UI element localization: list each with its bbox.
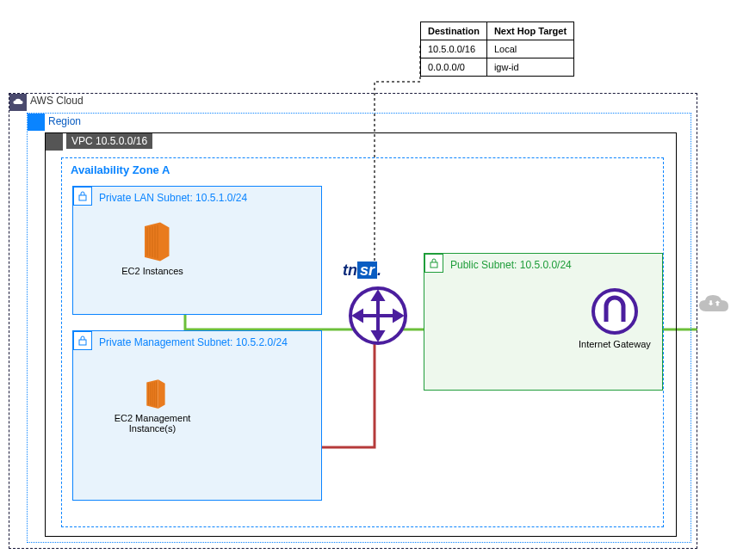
subnet-label: Public Subnet: 10.5.0.0/24 <box>445 257 572 273</box>
ec2-icon <box>125 221 180 262</box>
ec2-mgmt-instances: EC2 Management Instance(s) <box>125 378 180 434</box>
lock-icon <box>73 331 92 350</box>
private-lan-subnet: Private LAN Subnet: 10.5.1.0/24 <box>72 186 322 315</box>
svg-rect-8 <box>79 340 86 345</box>
aws-cloud-label: AWS Cloud <box>30 93 84 108</box>
lock-icon <box>73 187 92 206</box>
ec2-instances: EC2 Instances <box>125 221 180 276</box>
internet-cloud-icon <box>697 292 732 322</box>
internet-gateway-icon <box>591 287 639 335</box>
vpc-label: VPC 10.5.0.0/16 <box>66 133 152 149</box>
subnet-label: Private LAN Subnet: 10.5.1.0/24 <box>94 190 247 206</box>
tnsr-router-icon <box>348 286 408 346</box>
svg-marker-2 <box>160 223 170 262</box>
region-container: Region VPC 10.5.0.0/16 Availability Zone… <box>27 113 691 543</box>
region-label: Region <box>48 114 81 129</box>
tnsr-logo: tnsr. <box>343 262 381 280</box>
region-icon <box>28 114 45 131</box>
route-table: Destination Next Hop Target 10.5.0.0/16 … <box>420 22 574 77</box>
vpc-container: VPC 10.5.0.0/16 Availability Zone A Priv… <box>45 132 677 537</box>
route-table-header-next: Next Hop Target <box>486 22 573 40</box>
lock-icon <box>424 254 443 273</box>
svg-rect-0 <box>79 195 86 200</box>
availability-zone-container: Availability Zone A Private LAN Subnet: … <box>61 157 664 527</box>
svg-rect-16 <box>430 262 437 268</box>
route-table-row: 0.0.0.0/0 igw-id <box>421 58 574 77</box>
aws-cloud-icon <box>9 94 27 111</box>
vpc-icon <box>46 133 63 151</box>
svg-marker-10 <box>158 379 165 409</box>
route-table-row: 10.5.0.0/16 Local <box>421 40 574 58</box>
internet-gateway: Internet Gateway <box>579 287 651 349</box>
ec2-icon <box>125 378 180 409</box>
availability-zone-label: Availability Zone A <box>71 163 170 176</box>
private-mgmt-subnet: Private Management Subnet: 10.5.2.0/24 <box>72 330 322 501</box>
aws-cloud-container: AWS Cloud Region VPC 10.5.0.0/16 Availab… <box>9 93 697 549</box>
ec2-caption: EC2 Instances <box>92 266 213 276</box>
ec2-caption: EC2 Management Instance(s) <box>92 413 213 434</box>
internet-gateway-caption: Internet Gateway <box>579 339 651 349</box>
subnet-label: Private Management Subnet: 10.5.2.0/24 <box>94 335 288 350</box>
route-table-header-dest: Destination <box>421 22 487 40</box>
